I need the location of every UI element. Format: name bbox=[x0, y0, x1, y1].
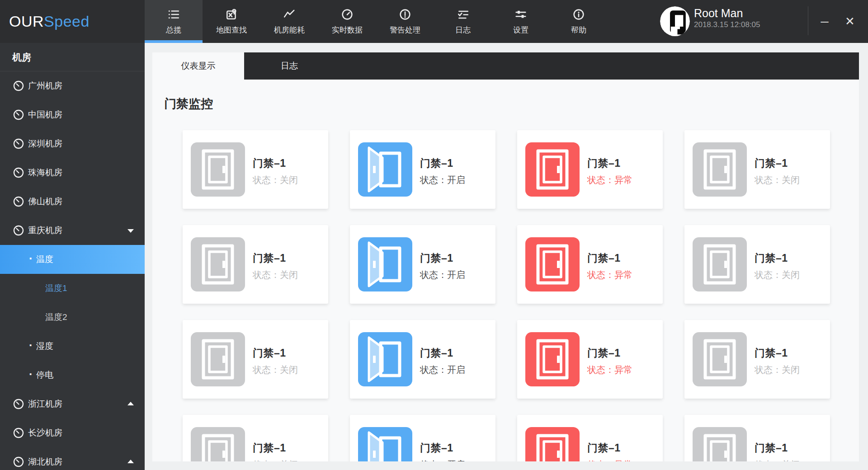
nav-item-5[interactable]: 警告处理 bbox=[376, 0, 434, 43]
door-open-icon bbox=[358, 237, 412, 291]
card-title: 门禁–1 bbox=[587, 251, 621, 265]
card-title: 门禁–1 bbox=[253, 441, 286, 455]
sidebar-item-7[interactable]: 温度 bbox=[0, 245, 145, 274]
status-value: 异常 bbox=[614, 365, 632, 375]
status-prefix: 状态： bbox=[253, 460, 280, 461]
nav-item-7[interactable]: 设置 bbox=[492, 0, 550, 43]
sidebar-item-3[interactable]: 深圳机房 bbox=[0, 129, 145, 158]
nav-item-2[interactable]: 地图查找 bbox=[203, 0, 260, 43]
sidebar-item-label: 佛山机房 bbox=[0, 196, 62, 207]
sidebar-item-1[interactable]: 广州机房 bbox=[0, 71, 145, 100]
status-prefix: 状态： bbox=[253, 270, 280, 280]
divider bbox=[808, 6, 808, 35]
gauge-icon bbox=[13, 80, 24, 92]
door-card[interactable]: 门禁–1状态：异常 bbox=[517, 415, 663, 461]
sidebar-item-label: 湖北机房 bbox=[0, 456, 62, 468]
sidebar-item-13[interactable]: 长沙机房 bbox=[0, 418, 145, 447]
chevron-up-icon[interactable] bbox=[127, 460, 134, 463]
status-value: 关闭 bbox=[280, 175, 298, 185]
tab-log[interactable]: 日志 bbox=[244, 52, 335, 80]
nav-item-label: 设置 bbox=[513, 25, 528, 35]
nav-item-8[interactable]: 帮助 bbox=[550, 0, 608, 43]
status-value: 开启 bbox=[447, 365, 465, 375]
sidebar-item-8[interactable]: 温度1 bbox=[0, 274, 145, 303]
sidebar-item-label: 深圳机房 bbox=[0, 138, 62, 150]
door-card[interactable]: 门禁–1状态：开启 bbox=[350, 225, 495, 304]
sidebar-item-12[interactable]: 浙江机房 bbox=[0, 390, 145, 418]
status-value: 开启 bbox=[447, 175, 465, 185]
door-open-icon bbox=[358, 142, 412, 197]
door-card[interactable]: 门禁–1状态：关闭 bbox=[684, 225, 830, 304]
door-card[interactable]: 门禁–1状态：开启 bbox=[350, 130, 495, 209]
door-card[interactable]: 门禁–1状态：开启 bbox=[350, 320, 495, 399]
door-card[interactable]: 门禁–1状态：关闭 bbox=[183, 320, 328, 399]
map-search-icon bbox=[225, 8, 238, 21]
top-nav: 总揽地图查找机房能耗实时数据警告处理日志设置帮助 bbox=[145, 0, 608, 43]
sidebar-item-9[interactable]: 温度2 bbox=[0, 303, 145, 332]
gauge-icon bbox=[13, 456, 24, 468]
door-card[interactable]: 门禁–1状态：异常 bbox=[517, 320, 663, 399]
door-closed-icon bbox=[191, 237, 245, 291]
minimize-button[interactable]: ─ bbox=[814, 0, 835, 43]
sidebar-item-label: 长沙机房 bbox=[0, 427, 62, 439]
nav-item-6[interactable]: 日志 bbox=[434, 0, 492, 43]
help-icon bbox=[572, 8, 585, 21]
door-closed-icon bbox=[525, 237, 580, 291]
door-card[interactable]: 门禁–1状态：关闭 bbox=[684, 415, 830, 461]
card-title: 门禁–1 bbox=[587, 441, 621, 455]
chevron-down-icon[interactable] bbox=[127, 229, 134, 233]
nav-item-label: 警告处理 bbox=[390, 25, 420, 35]
door-open-icon bbox=[358, 332, 412, 386]
sidebar-item-label: 浙江机房 bbox=[0, 398, 62, 410]
nav-item-label: 总揽 bbox=[166, 25, 181, 35]
card-status: 状态：异常 bbox=[587, 364, 632, 376]
sidebar-item-4[interactable]: 珠海机房 bbox=[0, 158, 145, 187]
door-card[interactable]: 门禁–1状态：关闭 bbox=[684, 130, 830, 209]
status-prefix: 状态： bbox=[755, 365, 782, 375]
card-title: 门禁–1 bbox=[420, 441, 453, 455]
status-value: 异常 bbox=[614, 460, 632, 461]
tab-dashboard[interactable]: 仪表显示 bbox=[152, 52, 244, 80]
chevron-up-icon[interactable] bbox=[127, 402, 134, 405]
card-status: 状态：关闭 bbox=[755, 459, 800, 461]
card-title: 门禁–1 bbox=[420, 346, 453, 360]
door-card[interactable]: 门禁–1状态：关闭 bbox=[183, 415, 328, 461]
sidebar-item-2[interactable]: 中国机房 bbox=[0, 100, 145, 129]
nav-item-label: 实时数据 bbox=[332, 25, 363, 35]
door-card[interactable]: 门禁–1状态：异常 bbox=[517, 130, 663, 209]
status-prefix: 状态： bbox=[587, 460, 614, 461]
sidebar-header: 机房 bbox=[0, 43, 145, 71]
card-title: 门禁–1 bbox=[420, 156, 453, 170]
gauge-icon bbox=[13, 225, 24, 236]
sidebar-item-label: 温度2 bbox=[0, 311, 67, 323]
status-value: 关闭 bbox=[280, 365, 298, 375]
card-status: 状态：开启 bbox=[420, 269, 465, 281]
door-card[interactable]: 门禁–1状态：关闭 bbox=[183, 225, 328, 304]
door-closed-icon bbox=[693, 332, 747, 386]
app-logo[interactable]: OURSpeed bbox=[9, 0, 145, 43]
card-status: 状态：开启 bbox=[420, 174, 465, 186]
sidebar-item-label: 温度1 bbox=[0, 282, 67, 294]
sidebar-item-14[interactable]: 湖北机房 bbox=[0, 447, 145, 470]
door-card[interactable]: 门禁–1状态：开启 bbox=[350, 415, 495, 461]
nav-item-1[interactable]: 总揽 bbox=[145, 0, 203, 43]
door-open-icon bbox=[358, 427, 412, 461]
door-card[interactable]: 门禁–1状态：异常 bbox=[517, 225, 663, 304]
door-card[interactable]: 门禁–1状态：关闭 bbox=[183, 130, 328, 209]
user-name: Root Man bbox=[694, 7, 784, 20]
door-card[interactable]: 门禁–1状态：关闭 bbox=[684, 320, 830, 399]
close-button[interactable]: ✕ bbox=[839, 0, 861, 43]
sidebar-item-5[interactable]: 佛山机房 bbox=[0, 187, 145, 216]
status-value: 关闭 bbox=[782, 175, 800, 185]
status-prefix: 状态： bbox=[420, 365, 447, 375]
card-title: 门禁–1 bbox=[755, 346, 788, 360]
nav-item-4[interactable]: 实时数据 bbox=[318, 0, 376, 43]
sidebar-item-10[interactable]: 湿度 bbox=[0, 332, 145, 361]
sidebar-item-label: 重庆机房 bbox=[0, 225, 62, 236]
nav-item-3[interactable]: 机房能耗 bbox=[260, 0, 318, 43]
card-status: 状态：开启 bbox=[420, 459, 465, 461]
sidebar-item-6[interactable]: 重庆机房 bbox=[0, 216, 145, 245]
sidebar-item-11[interactable]: 停电 bbox=[0, 361, 145, 390]
user-avatar[interactable] bbox=[660, 6, 690, 36]
card-title: 门禁–1 bbox=[253, 251, 286, 265]
